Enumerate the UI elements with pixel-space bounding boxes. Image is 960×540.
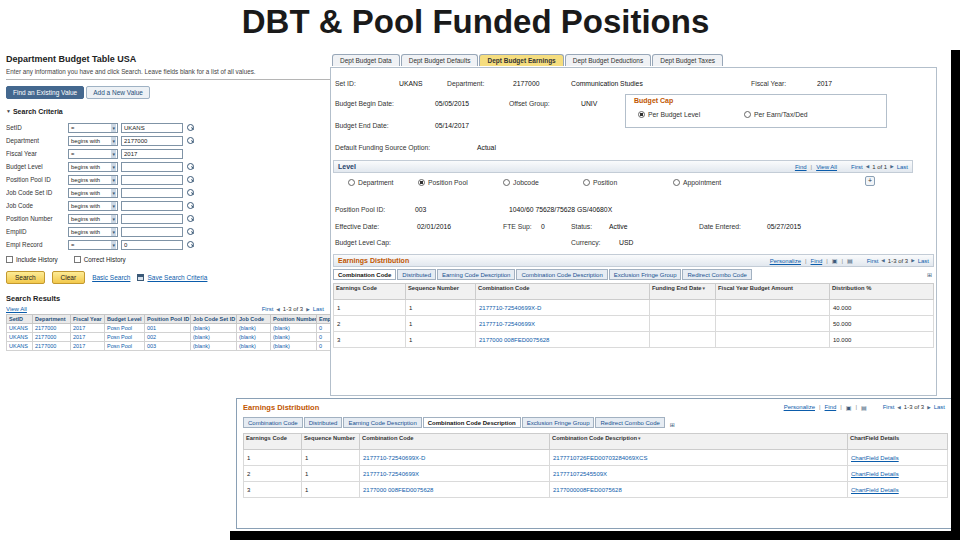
chartfield-details-link[interactable]: ChartField Details [848, 450, 948, 466]
result-cell[interactable]: 2177000 [33, 342, 71, 351]
popup-window-icon[interactable]: ▣ [832, 257, 838, 264]
field-operator-dropdown[interactable]: begins with▾ [68, 136, 118, 146]
result-cell[interactable]: Posn Pool [105, 342, 145, 351]
prev-icon[interactable]: ◀ [881, 258, 884, 263]
download-grid-icon[interactable]: ▤ [861, 404, 867, 411]
grid-tab-redirect-combo-code[interactable]: Redirect Combo Code [682, 269, 751, 280]
show-all-columns-icon[interactable]: ⊞ [927, 271, 932, 278]
grid-tab-distributed[interactable]: Distributed [304, 417, 343, 428]
tab-dept-budget-earnings[interactable]: Dept Budget Earnings [479, 54, 563, 66]
search-button[interactable]: Search [6, 271, 45, 284]
grid-tab-combination-code[interactable]: Combination Code [333, 269, 396, 280]
cell-combination-code[interactable]: 2177000 008FED0075628 [476, 332, 650, 348]
cell-combination-code[interactable]: 2177710-72540699X-D [360, 450, 550, 466]
chartfield-details-link[interactable]: ChartField Details [848, 482, 948, 498]
radio-per-budget-level[interactable]: Per Budget Level [638, 111, 700, 118]
field-operator-dropdown[interactable]: begins with▾ [68, 214, 118, 224]
level-option-appointment[interactable]: Appointment [673, 179, 721, 186]
radio-per-earn-tax-ded[interactable]: Per Earn/Tax/Ded [744, 111, 808, 118]
result-cell[interactable]: (blank) [271, 333, 317, 342]
results-column-header[interactable]: Fiscal Year [71, 315, 105, 324]
lookup-icon[interactable] [187, 163, 195, 171]
next-icon[interactable]: ▶ [927, 405, 930, 410]
result-cell[interactable]: UKANS [7, 333, 33, 342]
next-icon[interactable]: ▶ [890, 164, 893, 169]
grid-tab-redirect-combo-code[interactable]: Redirect Combo Code [595, 417, 664, 428]
lookup-icon[interactable] [187, 241, 195, 249]
field-operator-dropdown[interactable]: =▾ [68, 123, 118, 133]
result-cell[interactable]: (blank) [237, 342, 271, 351]
correct-history-checkbox[interactable]: Correct History [74, 256, 126, 263]
result-cell[interactable]: 2177000 [33, 324, 71, 333]
pager-last[interactable]: Last [313, 306, 324, 312]
show-all-columns-icon[interactable]: ⊞ [670, 421, 675, 428]
cell-combination-code[interactable]: 2177710-72540699X [360, 466, 550, 482]
field-input[interactable] [121, 188, 183, 198]
field-operator-dropdown[interactable]: begins with▾ [68, 188, 118, 198]
grid-tab-combination-code[interactable]: Combination Code [243, 417, 303, 428]
field-input[interactable] [121, 175, 183, 185]
cell-combination-code[interactable]: 2177710-72540699X-D [476, 300, 650, 316]
results-column-header[interactable]: Budget Level [105, 315, 145, 324]
col-combination-code-description[interactable]: Combination Code Description▼ [550, 434, 848, 450]
tab-dept-budget-deductions[interactable]: Dept Budget Deductions [565, 54, 651, 66]
clear-button[interactable]: Clear [52, 271, 86, 284]
field-input[interactable] [121, 227, 183, 237]
result-cell[interactable]: (blank) [191, 342, 237, 351]
grid-tab-combination-code-description[interactable]: Combination Code Description [516, 269, 607, 280]
results-column-header[interactable]: SetID [7, 315, 33, 324]
view-all-link[interactable]: View All [816, 164, 837, 170]
col-combination-code[interactable]: Combination Code [476, 284, 650, 300]
result-cell[interactable]: UKANS [7, 324, 33, 333]
personalize-link[interactable]: Personalize [784, 404, 815, 410]
result-cell[interactable]: 2177000 [33, 333, 71, 342]
col-distribution-pct[interactable]: Distribution % [830, 284, 934, 300]
result-cell[interactable]: 002 [145, 333, 191, 342]
lookup-icon[interactable] [187, 189, 195, 197]
tab-dept-budget-taxes[interactable]: Dept Budget Taxes [652, 54, 723, 66]
basic-search-link[interactable]: Basic Search [92, 274, 130, 281]
grid-tab-exclusion-fringe-group[interactable]: Exclusion Fringe Group [522, 417, 595, 428]
col-earnings-code[interactable]: Earnings Code [334, 284, 406, 300]
prev-icon[interactable]: ◀ [897, 405, 900, 410]
add-row-button[interactable]: + [865, 176, 875, 186]
collapse-triangle-icon[interactable]: ▼ [6, 108, 11, 114]
field-input[interactable] [121, 149, 183, 159]
cell-combination-code-description[interactable]: 2177710726FED00703284069XCS [550, 450, 848, 466]
field-operator-dropdown[interactable]: =▾ [68, 149, 118, 159]
field-operator-dropdown[interactable]: begins with▾ [68, 201, 118, 211]
result-cell[interactable]: (blank) [271, 342, 317, 351]
field-input[interactable] [121, 136, 183, 146]
field-input[interactable] [121, 201, 183, 211]
field-input[interactable] [121, 162, 183, 172]
pager-last[interactable]: Last [897, 164, 908, 170]
tab-add-new-value[interactable]: Add a New Value [86, 86, 150, 99]
find-link[interactable]: Find [825, 404, 837, 410]
field-input[interactable] [121, 123, 183, 133]
pager-last[interactable]: Last [918, 258, 929, 264]
prev-icon[interactable]: ◀ [866, 164, 869, 169]
level-option-department[interactable]: Department [348, 179, 394, 186]
result-cell[interactable]: (blank) [237, 324, 271, 333]
col-chartfield-details[interactable]: ChartField Details [848, 434, 948, 450]
lookup-icon[interactable] [187, 215, 195, 223]
lookup-icon[interactable] [187, 137, 195, 145]
cell-combination-code-description[interactable]: 217771072545509X [550, 466, 848, 482]
field-operator-dropdown[interactable]: =▾ [68, 240, 118, 250]
result-cell[interactable]: UKANS [7, 342, 33, 351]
lookup-icon[interactable] [187, 176, 195, 184]
level-option-jobcode[interactable]: Jobcode [503, 179, 539, 186]
download-grid-icon[interactable]: ▤ [847, 257, 853, 264]
col-fiscal-year-budget-amount[interactable]: Fiscal Year Budget Amount [716, 284, 830, 300]
grid-tab-earning-code-description[interactable]: Earning Code Description [437, 269, 515, 280]
view-all-link[interactable]: View All [6, 306, 27, 312]
col-earnings-code[interactable]: Earnings Code [244, 434, 302, 450]
result-cell[interactable]: 003 [145, 342, 191, 351]
level-option-position[interactable]: Position [583, 179, 617, 186]
tab-dept-budget-data[interactable]: Dept Budget Data [332, 54, 400, 66]
result-cell[interactable]: 2017 [71, 324, 105, 333]
field-input[interactable] [121, 214, 183, 224]
include-history-checkbox[interactable]: Include History [6, 256, 58, 263]
find-link[interactable]: Find [811, 258, 823, 264]
tab-dept-budget-defaults[interactable]: Dept Budget Defaults [401, 54, 479, 66]
